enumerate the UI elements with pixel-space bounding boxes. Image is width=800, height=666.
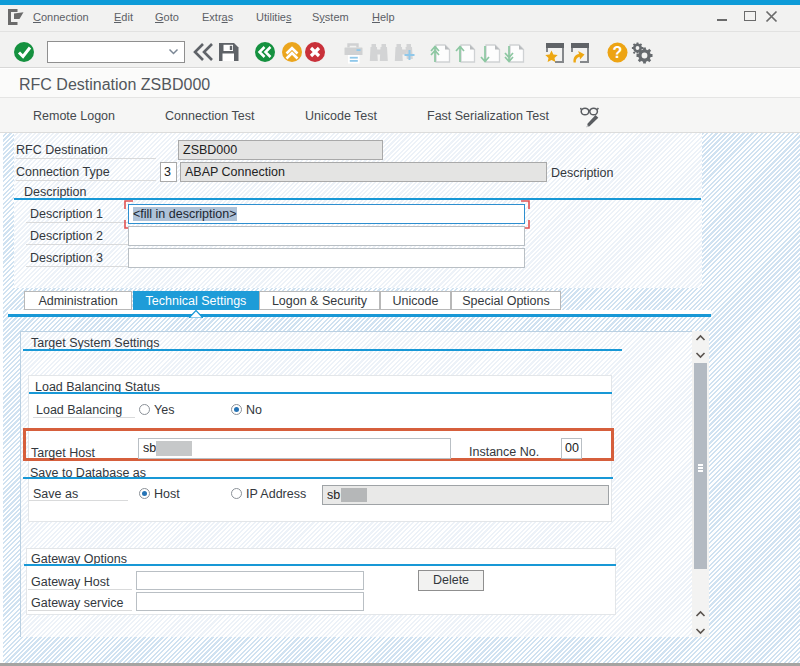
svg-text:?: ?	[613, 44, 623, 61]
